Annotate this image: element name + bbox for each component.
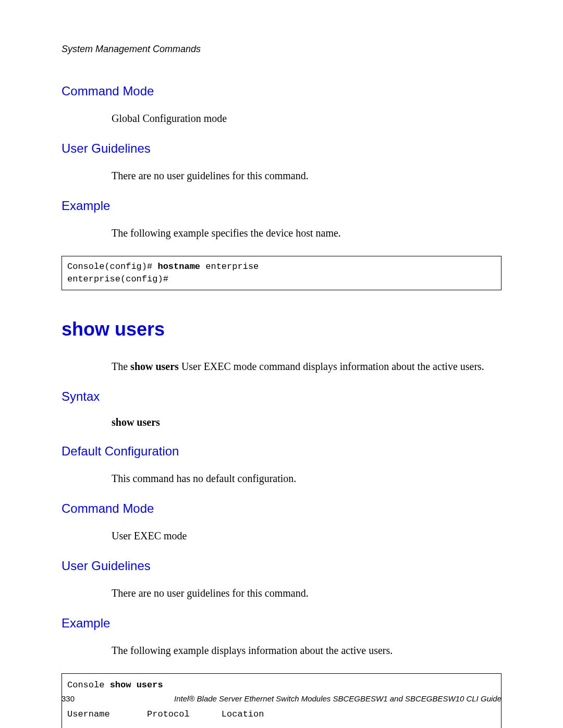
- text-command-mode-1: Global Configuration mode: [112, 111, 501, 126]
- heading-example-2: Example: [62, 616, 501, 631]
- heading-show-users: show users: [62, 318, 501, 340]
- code-bold-1: hostname: [157, 262, 200, 272]
- footer-page-number: 330: [62, 694, 75, 703]
- intro-post: User EXEC mode command displays informat…: [179, 361, 484, 372]
- heading-command-mode-2: Command Mode: [62, 501, 501, 516]
- code-bold-2: show users: [110, 680, 163, 690]
- footer-guide-title: Intel® Blade Server Ethernet Switch Modu…: [174, 694, 501, 703]
- page-header-category: System Management Commands: [62, 44, 501, 55]
- text-user-guidelines-1: There are no user guidelines for this co…: [112, 168, 501, 183]
- heading-user-guidelines-2: User Guidelines: [62, 559, 501, 573]
- heading-command-mode-1: Command Mode: [62, 84, 501, 98]
- text-command-mode-2: User EXEC mode: [112, 528, 501, 543]
- text-show-users-intro: The show users User EXEC mode command di…: [112, 359, 501, 374]
- syntax-command: show users: [112, 416, 501, 428]
- code-prefix-1: Console(config)#: [67, 262, 157, 272]
- text-example-2: The following example displays informati…: [112, 643, 501, 658]
- text-user-guidelines-2: There are no user guidelines for this co…: [112, 586, 501, 600]
- intro-bold: show users: [130, 361, 179, 372]
- text-default-config: This command has no default configuratio…: [112, 471, 501, 486]
- code-block-hostname: Console(config)# hostname enterprise ent…: [62, 256, 501, 290]
- heading-default-config: Default Configuration: [62, 444, 501, 459]
- code-prefix-2: Console: [67, 680, 110, 690]
- text-example-1: The following example specifies the devi…: [112, 226, 501, 240]
- code-table-2: Username Protocol Location ---------- --…: [67, 709, 285, 728]
- intro-pre: The: [112, 361, 130, 372]
- heading-syntax: Syntax: [62, 389, 501, 404]
- heading-user-guidelines-1: User Guidelines: [62, 141, 501, 156]
- heading-example-1: Example: [62, 199, 501, 213]
- page-footer: 330 Intel® Blade Server Ethernet Switch …: [62, 694, 501, 703]
